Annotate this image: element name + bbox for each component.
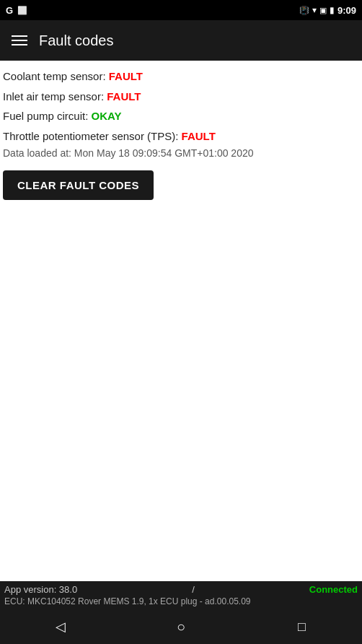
navigation-bar [0,609,362,644]
coolant-sensor-status: FAULT [109,70,143,82]
throttle-sensor-line: Throttle potentiometer sensor (TPS): FAU… [3,126,359,147]
inlet-air-sensor-label: Inlet air temp sensor: [3,90,107,103]
bottom-status-row1: App version: 38.0 / Connected [4,584,358,595]
inlet-air-sensor-status: FAULT [107,90,141,103]
g-icon: G [6,5,13,16]
status-separator: / [192,584,195,595]
fuel-pump-circuit-label: Fuel pump circuit: [3,110,92,122]
app-bar: Fault codes [0,20,362,61]
status-bar-left-icons: G ⬜ [6,5,27,16]
ecu-info-text: ECU: MKC104052 Rover MEMS 1.9, 1x ECU pl… [4,596,358,606]
hamburger-menu-icon[interactable] [12,35,27,45]
image-icon: ⬜ [17,6,27,15]
wifi-icon: ▾ [312,5,317,15]
recent-apps-button[interactable] [284,609,319,644]
inlet-air-sensor-line: Inlet air temp sensor: FAULT [3,87,359,107]
battery-icon: ▮ [330,5,335,15]
coolant-sensor-line: Coolant temp sensor: FAULT [3,66,359,87]
data-loaded-line: Data loaded at: Mon May 18 09:09:54 GMT+… [3,147,359,159]
main-content: Coolant temp sensor: FAULT Inlet air tem… [0,61,362,581]
home-button[interactable] [164,609,198,644]
page-title: Fault codes [39,32,113,49]
status-time: 9:09 [337,5,356,16]
fuel-pump-circuit-status: OKAY [92,110,122,122]
clear-fault-codes-button[interactable]: CLEAR FAULT CODES [3,170,154,200]
status-bar: G ⬜ 📳 ▾ ▣ ▮ 9:09 [0,0,362,20]
fuel-pump-circuit-line: Fuel pump circuit: OKAY [3,106,359,126]
bottom-status-bar: App version: 38.0 / Connected ECU: MKC10… [0,581,362,609]
status-bar-right: 📳 ▾ ▣ ▮ 9:09 [299,5,356,16]
throttle-sensor-label: Throttle potentiometer sensor (TPS): [3,130,182,142]
vibrate-icon: 📳 [299,6,309,15]
coolant-sensor-label: Coolant temp sensor: [3,70,109,82]
no-signal-icon: ▣ [319,6,327,15]
throttle-sensor-status: FAULT [182,130,216,142]
connected-status-text: Connected [309,584,358,595]
back-button[interactable] [43,609,78,644]
app-version-text: App version: 38.0 [4,584,77,595]
